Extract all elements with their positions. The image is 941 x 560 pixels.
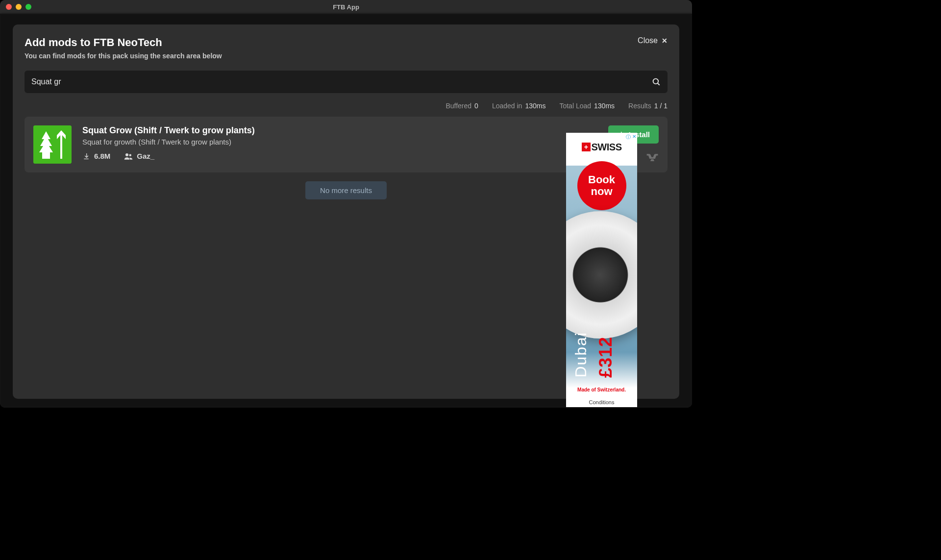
mod-author: Gaz_ [124, 152, 154, 160]
svg-line-1 [658, 83, 660, 85]
ad-engine-image [566, 211, 637, 339]
mod-meta: 6.8M Gaz_ [82, 152, 597, 160]
search-input[interactable] [31, 77, 652, 86]
stat-buffered: Buffered0 [446, 102, 478, 110]
mod-description: Squat for growth (Shift / Twerk to grow … [82, 138, 597, 146]
ad-tagline: Made of Switzerland. [566, 387, 637, 392]
close-button[interactable]: Close ✕ [638, 36, 668, 45]
mod-icon [33, 125, 72, 164]
titlebar: FTB App [0, 0, 692, 14]
ad-conditions-link[interactable]: Conditions [566, 397, 637, 407]
stat-results: Results1 / 1 [628, 102, 668, 110]
window-title: FTB App [0, 3, 692, 11]
mod-title: Squat Grow (Shift / Twerk to grow plants… [82, 125, 597, 136]
ad-info-icon[interactable]: ⓘ [626, 134, 631, 141]
download-icon [82, 152, 90, 160]
modal-header: Add mods to FTB NeoTech You can find mod… [25, 36, 668, 60]
window-minimize-button[interactable] [16, 4, 22, 10]
close-icon: ✕ [662, 37, 668, 45]
mod-body: Squat Grow (Shift / Twerk to grow plants… [82, 125, 597, 160]
ad-close-icon[interactable]: ✕ [632, 134, 636, 141]
traffic-lights [0, 4, 31, 10]
svg-point-3 [125, 153, 128, 156]
svg-point-0 [653, 79, 659, 84]
svg-point-4 [129, 154, 132, 156]
window-close-button[interactable] [6, 4, 12, 10]
search-icon[interactable] [652, 77, 661, 86]
search-stats: Buffered0 Loaded in130ms Total Load130ms… [25, 102, 668, 110]
curseforge-icon [646, 152, 659, 161]
svg-rect-2 [33, 125, 72, 164]
modal-subtitle: You can find mods for this pack using th… [25, 52, 222, 60]
stat-loaded: Loaded in130ms [492, 102, 546, 110]
window-maximize-button[interactable] [25, 4, 31, 10]
ad-destination: Dubai [572, 332, 590, 378]
stat-total: Total Load130ms [559, 102, 615, 110]
search-bar[interactable] [25, 71, 668, 93]
close-label: Close [638, 36, 658, 45]
ad-cta-text: Booknow [588, 174, 615, 197]
mod-downloads: 6.8M [82, 152, 110, 160]
ad-price: £312 [595, 337, 616, 378]
ad-cta-circle[interactable]: Booknow [577, 161, 626, 210]
ad-brand-logo: +SWISS [566, 142, 637, 153]
ad-info-icons[interactable]: ⓘ ✕ [626, 134, 636, 141]
no-more-results: No more results [305, 181, 387, 199]
modal-title: Add mods to FTB NeoTech [25, 36, 222, 49]
ad-banner[interactable]: ⓘ ✕ +SWISS Booknow Dubai £312 Made of Sw… [566, 133, 637, 407]
users-icon [124, 152, 133, 160]
